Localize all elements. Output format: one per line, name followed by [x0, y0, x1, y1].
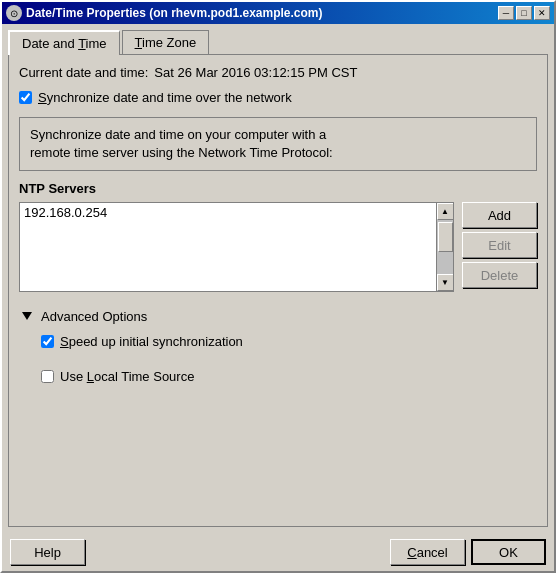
- speed-up-checkbox[interactable]: [41, 335, 54, 348]
- tab-date-time[interactable]: Date and Time: [8, 30, 120, 55]
- ntp-list-container: 192.168.0.254 ▲ ▼: [19, 202, 454, 292]
- title-bar: ⊙ Date/Time Properties (on rhevm.pod1.ex…: [2, 2, 554, 24]
- sync-label: Synchronize date and time over the netwo…: [38, 90, 292, 105]
- tab-date-time-label: Date and Time: [22, 36, 107, 51]
- description-box: Synchronize date and time on your comput…: [19, 117, 537, 171]
- title-buttons: ─ □ ✕: [498, 6, 550, 20]
- speed-up-checkbox-row: Speed up initial synchronization: [41, 334, 537, 349]
- triangle-down-shape: [22, 312, 32, 320]
- tab-time-zone[interactable]: Time Zone: [122, 30, 210, 54]
- advanced-label: Advanced Options: [41, 309, 147, 324]
- advanced-section: Advanced Options Speed up initial synchr…: [19, 308, 537, 396]
- local-time-checkbox[interactable]: [41, 370, 54, 383]
- tab-bar: Date and Time Time Zone: [8, 30, 548, 54]
- local-time-label: Use Local Time Source: [60, 369, 194, 384]
- scroll-track[interactable]: [437, 220, 453, 274]
- current-date-row: Current date and time: Sat 26 Mar 2016 0…: [19, 65, 537, 80]
- speed-up-label: Speed up initial synchronization: [60, 334, 243, 349]
- advanced-header: Advanced Options: [19, 308, 537, 324]
- edit-button[interactable]: Edit: [462, 232, 537, 258]
- bottom-bar: Help Cancel OK: [2, 533, 554, 571]
- cancel-button[interactable]: Cancel: [390, 539, 465, 565]
- maximize-button[interactable]: □: [516, 6, 532, 20]
- title-bar-left: ⊙ Date/Time Properties (on rhevm.pod1.ex…: [6, 5, 323, 21]
- ntp-list[interactable]: 192.168.0.254 ▲ ▼: [19, 202, 454, 292]
- window-icon: ⊙: [6, 5, 22, 21]
- current-date-value: Sat 26 Mar 2016 03:12:15 PM CST: [154, 65, 357, 80]
- scroll-down-arrow[interactable]: ▼: [437, 274, 454, 291]
- delete-button[interactable]: Delete: [462, 262, 537, 288]
- tab-content-date-time: Current date and time: Sat 26 Mar 2016 0…: [8, 54, 548, 527]
- local-time-checkbox-row: Use Local Time Source: [41, 369, 537, 384]
- tab-time-zone-label: Time Zone: [135, 35, 197, 50]
- description-text: Synchronize date and time on your comput…: [30, 127, 333, 160]
- ntp-label: NTP Servers: [19, 181, 537, 196]
- add-button[interactable]: Add: [462, 202, 537, 228]
- current-date-label: Current date and time:: [19, 65, 148, 80]
- scroll-thumb[interactable]: [438, 222, 453, 252]
- ntp-buttons: Add Edit Delete: [462, 202, 537, 288]
- bottom-right-buttons: Cancel OK: [390, 539, 546, 565]
- help-button[interactable]: Help: [10, 539, 85, 565]
- minimize-button[interactable]: ─: [498, 6, 514, 20]
- ntp-scrollbar: ▲ ▼: [436, 203, 453, 291]
- advanced-options: Speed up initial synchronization Use Loc…: [19, 334, 537, 396]
- ntp-list-content: 192.168.0.254: [20, 203, 436, 291]
- sync-checkbox[interactable]: [19, 91, 32, 104]
- main-window: ⊙ Date/Time Properties (on rhevm.pod1.ex…: [0, 0, 556, 573]
- window-title: Date/Time Properties (on rhevm.pod1.exam…: [26, 6, 323, 20]
- scroll-up-arrow[interactable]: ▲: [437, 203, 454, 220]
- advanced-toggle-icon[interactable]: [19, 308, 35, 324]
- close-button[interactable]: ✕: [534, 6, 550, 20]
- ntp-section: NTP Servers 192.168.0.254 ▲: [19, 181, 537, 292]
- ntp-row: 192.168.0.254 ▲ ▼ Add: [19, 202, 537, 292]
- ok-button[interactable]: OK: [471, 539, 546, 565]
- sync-checkbox-row: Synchronize date and time over the netwo…: [19, 90, 537, 105]
- ntp-server-item[interactable]: 192.168.0.254: [24, 205, 432, 220]
- window-content: Date and Time Time Zone Current date and…: [2, 24, 554, 533]
